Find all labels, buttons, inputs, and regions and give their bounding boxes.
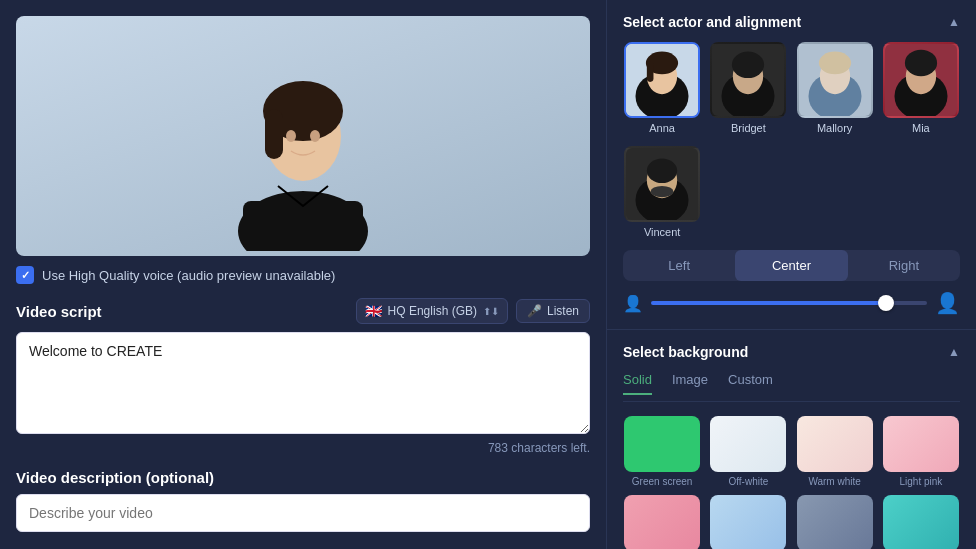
slider-thumb <box>878 295 894 311</box>
svg-rect-1 <box>243 201 363 251</box>
bg-swatch-off-white[interactable]: Off-white <box>709 416 787 487</box>
person-small-icon: 👤 <box>623 294 643 313</box>
bg-color-warm-white <box>797 416 873 472</box>
mic-icon: 🎤 <box>527 304 542 318</box>
bg-tab-custom[interactable]: Custom <box>728 372 773 395</box>
language-label: HQ English (GB) <box>388 304 477 318</box>
background-section: Select background ▲ Solid Image Custom G… <box>607 330 976 549</box>
bg-color-slate <box>797 495 873 549</box>
actor-grid-row2: Vincent <box>623 146 960 238</box>
svg-point-7 <box>310 130 320 142</box>
bg-grid: Green screen Off-white Warm white Light … <box>623 416 960 549</box>
bg-color-light-blue <box>710 495 786 549</box>
actor-card-vincent[interactable]: Vincent <box>623 146 701 238</box>
bg-label-off-white: Off-white <box>728 476 768 487</box>
anna-avatar <box>626 42 698 118</box>
actor-name-vincent: Vincent <box>644 226 681 238</box>
svg-point-29 <box>651 186 674 197</box>
actor-name-mia: Mia <box>912 122 930 134</box>
mallory-avatar <box>799 42 871 118</box>
svg-point-24 <box>905 50 937 77</box>
avatar-preview <box>16 16 590 256</box>
svg-point-6 <box>286 130 296 142</box>
person-large-icon: 👤 <box>935 291 960 315</box>
actor-section: Select actor and alignment ▲ Anna <box>607 0 976 330</box>
bg-tab-solid[interactable]: Solid <box>623 372 652 395</box>
chevron-up-icon-bg: ▲ <box>948 345 960 359</box>
chars-left: 783 characters left. <box>16 441 590 455</box>
bg-swatch-light-blue[interactable] <box>709 495 787 549</box>
align-right-button[interactable]: Right <box>848 250 960 281</box>
actor-section-title: Select actor and alignment <box>623 14 801 30</box>
svg-point-16 <box>732 52 764 79</box>
language-select[interactable]: 🇬🇧 HQ English (GB) ⬆⬇ <box>356 298 508 324</box>
actor-name-mallory: Mallory <box>817 122 852 134</box>
align-center-button[interactable]: Center <box>735 250 847 281</box>
listen-label: Listen <box>547 304 579 318</box>
actor-thumb-bridget <box>710 42 786 118</box>
desc-title: Video description (optional) <box>16 469 590 486</box>
alignment-row: Left Center Right <box>623 250 960 281</box>
listen-button[interactable]: 🎤 Listen <box>516 299 590 323</box>
hq-voice-label: Use High Quality voice (audio preview un… <box>42 268 335 283</box>
hq-voice-checkbox[interactable] <box>16 266 34 284</box>
bg-label-light-pink: Light pink <box>899 476 942 487</box>
bg-swatch-teal[interactable] <box>882 495 960 549</box>
actor-name-anna: Anna <box>649 122 675 134</box>
bg-swatch-slate[interactable] <box>796 495 874 549</box>
actor-grid-row1: Anna Bridget <box>623 42 960 134</box>
bg-swatch-warm-white[interactable]: Warm white <box>796 416 874 487</box>
vincent-avatar <box>626 146 698 222</box>
chevron-updown-icon: ⬆⬇ <box>483 306 499 317</box>
bg-swatch-light-pink[interactable]: Light pink <box>882 416 960 487</box>
svg-rect-5 <box>265 109 283 159</box>
actor-thumb-vincent <box>624 146 700 222</box>
position-slider-row: 👤 👤 <box>623 291 960 315</box>
svg-point-20 <box>819 52 851 75</box>
video-preview <box>16 16 590 256</box>
bg-label-green-screen: Green screen <box>632 476 693 487</box>
bridget-avatar <box>712 42 784 118</box>
bg-label-warm-white: Warm white <box>808 476 860 487</box>
script-title: Video script <box>16 303 102 320</box>
bg-swatch-pink2[interactable] <box>623 495 701 549</box>
bg-tab-image[interactable]: Image <box>672 372 708 395</box>
svg-point-28 <box>647 158 677 183</box>
actor-thumb-anna <box>624 42 700 118</box>
bg-swatch-green-screen[interactable]: Green screen <box>623 416 701 487</box>
actor-card-mallory[interactable]: Mallory <box>796 42 874 134</box>
chevron-up-icon: ▲ <box>948 15 960 29</box>
actor-card-mia[interactable]: Mia <box>882 42 960 134</box>
script-textarea[interactable]: Welcome to CREATE <box>16 332 590 434</box>
background-section-title: Select background <box>623 344 748 360</box>
actor-section-header: Select actor and alignment ▲ <box>623 14 960 30</box>
svg-rect-12 <box>647 61 654 82</box>
desc-input[interactable] <box>16 494 590 532</box>
script-header: Video script 🇬🇧 HQ English (GB) ⬆⬇ 🎤 Lis… <box>16 298 590 324</box>
bg-color-teal <box>883 495 959 549</box>
bg-color-off-white <box>710 416 786 472</box>
mia-avatar <box>885 42 957 118</box>
actor-card-bridget[interactable]: Bridget <box>709 42 787 134</box>
actor-thumb-mallory <box>797 42 873 118</box>
bg-color-light-pink <box>883 416 959 472</box>
align-left-button[interactable]: Left <box>623 250 735 281</box>
bg-tabs: Solid Image Custom <box>623 372 960 402</box>
flag-icon: 🇬🇧 <box>365 303 382 319</box>
bg-color-pink2 <box>624 495 700 549</box>
background-section-header: Select background ▲ <box>623 344 960 360</box>
bg-color-green-screen <box>624 416 700 472</box>
right-panel: Select actor and alignment ▲ Anna <box>606 0 976 549</box>
hq-voice-row: Use High Quality voice (audio preview un… <box>16 266 590 284</box>
actor-thumb-mia <box>883 42 959 118</box>
actor-name-bridget: Bridget <box>731 122 766 134</box>
position-slider[interactable] <box>651 301 927 305</box>
left-panel: Use High Quality voice (audio preview un… <box>0 0 606 549</box>
actor-card-anna[interactable]: Anna <box>623 42 701 134</box>
avatar-svg <box>213 21 393 251</box>
